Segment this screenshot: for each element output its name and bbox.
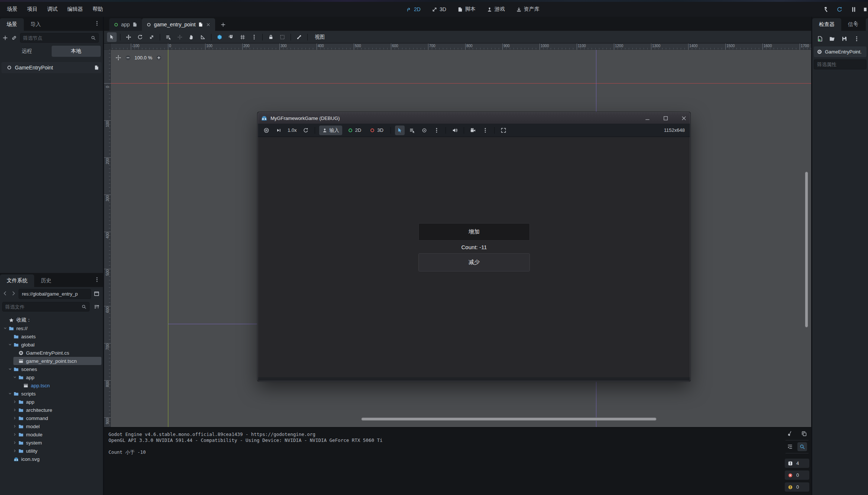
pause-game-button[interactable] bbox=[850, 6, 857, 13]
message-count-badge[interactable]: 4 bbox=[785, 459, 809, 468]
fs-tree-item-icon.svg[interactable]: icon.svg bbox=[0, 455, 103, 463]
chevron-right-icon[interactable] bbox=[13, 424, 17, 429]
viewport-canvas[interactable]: 100.0 % MyGFrameworkGame (DEBUG) 1.0x输入2… bbox=[111, 50, 811, 427]
center-view-icon[interactable] bbox=[115, 55, 122, 61]
menu-项目[interactable]: 项目 bbox=[22, 2, 42, 17]
chevron-right-icon[interactable] bbox=[13, 408, 17, 412]
dock-menu-icon[interactable] bbox=[852, 20, 858, 26]
pick-node-button[interactable] bbox=[395, 126, 405, 135]
decrease-button[interactable]: 减少 bbox=[418, 253, 530, 271]
fs-tree-item-GameEntryPoint.cs[interactable]: GameEntryPoint.cs bbox=[0, 349, 103, 357]
clear-output-icon[interactable] bbox=[787, 431, 793, 437]
filter-nodes-input[interactable] bbox=[23, 35, 88, 41]
zoom-out-button[interactable] bbox=[125, 55, 131, 61]
fs-tree-item-system[interactable]: system bbox=[0, 439, 103, 447]
zoom-in-button[interactable] bbox=[156, 55, 162, 61]
workspace-tab-资产库[interactable]: 资产库 bbox=[516, 6, 540, 13]
chevron-right-icon[interactable] bbox=[13, 400, 17, 404]
dock-menu-icon[interactable] bbox=[94, 277, 100, 283]
filter-nodes-box[interactable] bbox=[20, 33, 99, 43]
audio-mute-button[interactable] bbox=[450, 126, 460, 135]
pivot-tool[interactable] bbox=[175, 32, 185, 42]
minimize-button[interactable] bbox=[644, 115, 651, 121]
fs-tree-item-utility[interactable]: utility bbox=[0, 447, 103, 455]
scale-tool[interactable] bbox=[147, 32, 156, 42]
menu-调试[interactable]: 调试 bbox=[42, 2, 62, 17]
fs-tree-item-model[interactable]: model bbox=[0, 422, 103, 430]
instance-scene-button[interactable] bbox=[11, 34, 17, 42]
workspace-tab-2D[interactable]: 2D bbox=[406, 6, 421, 12]
chevron-right-icon[interactable] bbox=[13, 432, 17, 437]
current-path-field[interactable]: res://global/game_entry_p bbox=[19, 289, 91, 299]
tab-文件系统[interactable]: 文件系统 bbox=[0, 274, 34, 287]
rotate-tool[interactable] bbox=[135, 32, 145, 42]
viewport-horizontal-scrollbar[interactable] bbox=[361, 417, 657, 421]
error-count-badge[interactable]: 0 bbox=[785, 470, 809, 480]
move-tool[interactable] bbox=[124, 32, 133, 42]
fs-tree-item-global[interactable]: global bbox=[0, 341, 103, 349]
chevron-down-icon[interactable] bbox=[8, 391, 12, 396]
history-forward-button[interactable] bbox=[10, 290, 17, 297]
fs-tree-item-scenes[interactable]: scenes bbox=[0, 365, 103, 373]
increase-button[interactable]: 增加 bbox=[418, 223, 530, 241]
next-frame-button[interactable] bbox=[274, 126, 284, 135]
search-output-button[interactable] bbox=[797, 442, 807, 451]
stop-game-button[interactable] bbox=[864, 6, 867, 13]
segment-本地[interactable]: 本地 bbox=[52, 46, 101, 57]
fs-tree-item-app[interactable]: app bbox=[0, 398, 103, 406]
smart-snap-toggle[interactable] bbox=[215, 32, 224, 42]
filter-files-input[interactable] bbox=[5, 304, 79, 310]
2d-viewport[interactable]: -100010020030040050060070080090010001100… bbox=[104, 43, 811, 427]
embed-fullscreen-button[interactable] bbox=[499, 126, 508, 135]
chevron-down-icon[interactable] bbox=[13, 375, 17, 380]
filter-files-box[interactable] bbox=[2, 302, 90, 312]
tab-历史[interactable]: 历史 bbox=[34, 274, 58, 287]
attached-script-icon[interactable] bbox=[94, 65, 99, 70]
close-tab-icon[interactable] bbox=[206, 22, 211, 27]
workspace-tab-游戏[interactable]: 游戏 bbox=[487, 6, 505, 13]
menu-编辑器[interactable]: 编辑器 bbox=[62, 2, 88, 17]
history-back-button[interactable] bbox=[2, 290, 9, 297]
workspace-tab-脚本[interactable]: 脚本 bbox=[457, 6, 476, 13]
restart-button[interactable] bbox=[301, 126, 311, 135]
new-resource-icon[interactable] bbox=[817, 36, 823, 42]
fs-tree-item-architecture[interactable]: architecture bbox=[0, 406, 103, 414]
grid-snap-toggle[interactable] bbox=[226, 32, 236, 42]
camera-override-button[interactable] bbox=[468, 126, 478, 135]
fs-tree-item-app[interactable]: app bbox=[0, 373, 103, 381]
select-tool[interactable] bbox=[107, 32, 117, 42]
select-2d-toggle[interactable]: 2D bbox=[345, 126, 365, 135]
tab-检查器[interactable]: 检查器 bbox=[812, 18, 841, 31]
new-scene-tab-button[interactable] bbox=[218, 20, 228, 29]
chevron-down-icon[interactable] bbox=[8, 342, 12, 347]
segment-远程[interactable]: 远程 bbox=[2, 46, 52, 57]
chevron-down-icon[interactable] bbox=[3, 326, 7, 330]
lock-button[interactable] bbox=[266, 32, 276, 42]
selection-options-button[interactable] bbox=[432, 126, 441, 135]
measure-tool[interactable] bbox=[198, 32, 208, 42]
dock-menu-icon[interactable] bbox=[94, 20, 100, 26]
add-node-button[interactable] bbox=[2, 34, 8, 42]
suspend-button[interactable] bbox=[262, 126, 271, 135]
chevron-right-icon[interactable] bbox=[13, 416, 17, 420]
build-button[interactable] bbox=[822, 6, 829, 13]
list-select-tool[interactable] bbox=[163, 32, 173, 42]
menu-帮助[interactable]: 帮助 bbox=[88, 2, 108, 17]
game-window-titlebar[interactable]: MyGFrameworkGame (DEBUG) bbox=[258, 113, 690, 124]
save-resource-icon[interactable] bbox=[841, 36, 848, 42]
tab-导入[interactable]: 导入 bbox=[24, 18, 48, 31]
cut-off-tab[interactable] bbox=[866, 18, 868, 31]
camera-options-button[interactable] bbox=[480, 126, 490, 135]
view-menu-button[interactable]: 视图 bbox=[311, 32, 328, 42]
speed-label[interactable]: 1.0x bbox=[286, 127, 298, 133]
copy-output-icon[interactable] bbox=[801, 431, 807, 437]
skeleton-button[interactable] bbox=[294, 32, 304, 42]
select-3d-toggle[interactable]: 3D bbox=[367, 126, 386, 135]
workspace-tab-3D[interactable]: 3D bbox=[432, 6, 446, 12]
edited-resource-row[interactable]: GameEntryPoint. bbox=[814, 46, 867, 57]
scene-tab-game_entry_point[interactable]: game_entry_point bbox=[142, 18, 215, 31]
warning-count-badge[interactable]: 0 bbox=[785, 482, 809, 492]
fs-tree-item-app.tscn[interactable]: app.tscn bbox=[0, 381, 103, 390]
zoom-percentage[interactable]: 100.0 % bbox=[135, 55, 152, 61]
fs-tree-item-assets[interactable]: assets bbox=[0, 332, 103, 341]
